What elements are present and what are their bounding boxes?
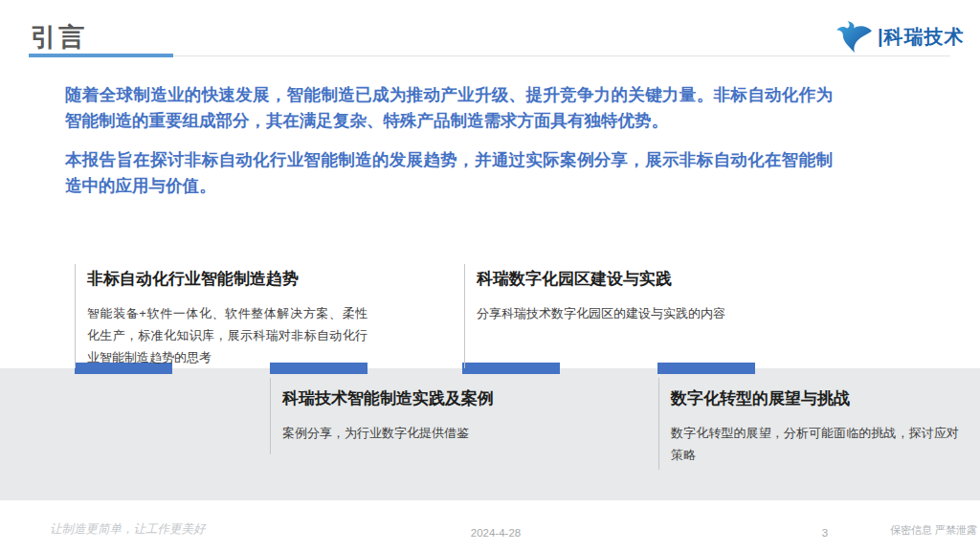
agenda-item-description: 分享科瑞技术数字化园区的建设与实践的内容 [477,302,780,324]
agenda-item-title: 科瑞技术智能制造实践及案例 [282,387,605,409]
slide: 引言 |科瑞技术 随着全球制造业的快速发展，智能制造已成为推动产业升级、提升竞争… [0,0,980,551]
page-title: 引言 [31,20,86,55]
agenda-item-outlook-challenges: 数字化转型的展望与挑战 数字化转型的展望，分析可能面临的挑战，探讨应对策略 [658,378,959,470]
agenda-item-description: 智能装备+软件一体化、软件整体解决方案、柔性化生产，标准化知识库，展示科瑞对非标… [87,302,368,368]
title-rule-blue [29,54,173,57]
agenda-item-practice-cases: 科瑞技术智能制造实践及案例 案例分享，为行业数字化提供借鉴 [270,378,605,454]
bird-icon [836,21,873,53]
agenda-item-title: 科瑞数字化园区建设与实践 [477,268,780,290]
brand-name: |科瑞技术 [878,24,965,50]
intro-paragraph-1: 随着全球制造业的快速发展，智能制造已成为推动产业升级、提升竞争力的关键力量。非标… [65,82,833,135]
footer-confidential: 保密信息 严禁泄露 [890,523,977,538]
footer-date: 2024-4-28 [429,527,563,539]
agenda-item-description: 数字化转型的展望，分析可能面临的挑战，探讨应对策略 [671,422,959,466]
agenda-item-description: 案例分享，为行业数字化提供借鉴 [282,422,605,444]
footer-page-number: 3 [813,527,836,539]
agenda-item-digital-park: 科瑞数字化园区建设与实践 分享科瑞技术数字化园区的建设与实践的内容 [464,264,780,368]
footer-slogan: 让制造更简单，让工作更美好 [50,521,206,538]
intro-section: 随着全球制造业的快速发展，智能制造已成为推动产业升级、提升竞争力的关键力量。非标… [65,82,833,199]
intro-paragraph-2: 本报告旨在探讨非标自动化行业智能制造的发展趋势，并通过实际案例分享，展示非标自动… [65,147,833,200]
brand-logo: |科瑞技术 [836,21,965,53]
agenda-item-trends: 非标自动化行业智能制造趋势 智能装备+软件一体化、软件整体解决方案、柔性化生产，… [75,264,368,368]
agenda-item-title: 非标自动化行业智能制造趋势 [87,268,368,290]
agenda-item-title: 数字化转型的展望与挑战 [671,387,959,409]
